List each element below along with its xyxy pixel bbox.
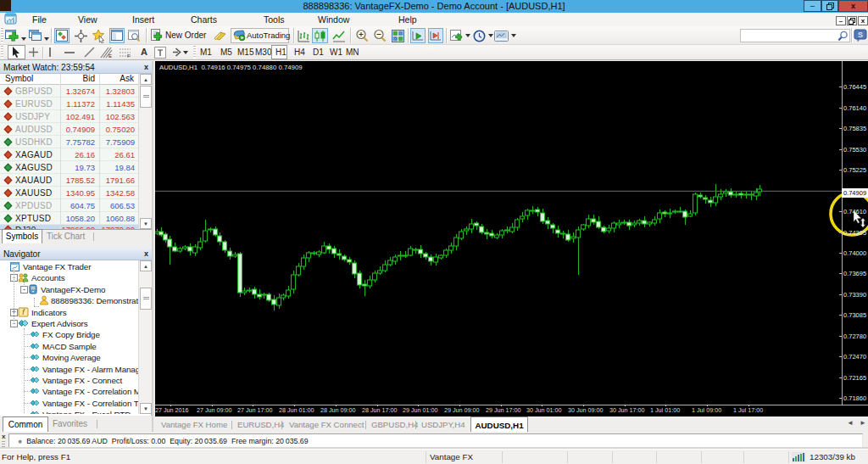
- svg-text:S: S: [858, 31, 863, 39]
- svg-text:F: F: [127, 53, 131, 58]
- svg-text:E: E: [108, 53, 112, 59]
